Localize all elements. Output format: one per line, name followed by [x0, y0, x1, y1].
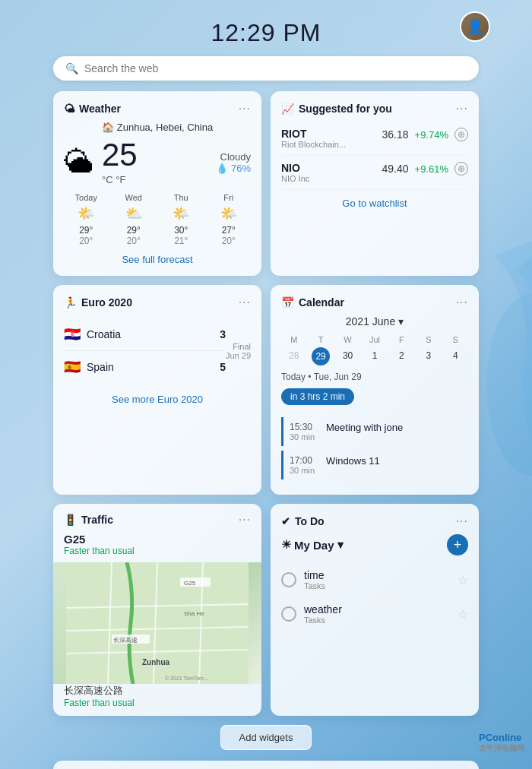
todo-checkbox-time[interactable] [281, 572, 296, 587]
cal-day-4[interactable]: 4 [443, 347, 468, 366]
stock-nio-price: 49.40 [382, 163, 409, 175]
weather-temp-section: 🌥 25 °C °F [64, 139, 138, 185]
traffic-info2: 长深高速公路 Faster than usual [53, 684, 261, 716]
traffic-icon: 🚦 [64, 514, 77, 526]
todo-time-star[interactable]: ☆ [458, 573, 468, 587]
stock-riot-price: 36.18 [382, 128, 409, 141]
euro-header: 🏃 Euro 2020 ··· [64, 296, 251, 309]
traffic-title: 🚦 Traffic [64, 514, 113, 526]
todo-item-weather-left: weather Tasks [281, 603, 342, 625]
cal-event-2-time: 17:00 [290, 455, 320, 466]
weather-units: °C °F [102, 174, 138, 185]
cal-events: 15:30 30 min Meeting with jone 17:00 30 … [281, 417, 468, 479]
croatia-flag: 🇭🇷 [64, 326, 81, 343]
todo-weather-text-section: weather Tasks [304, 603, 342, 625]
svg-text:G25: G25 [184, 580, 196, 587]
stocks-widget: 📈 Suggested for you ··· RIOT Riot Blockc… [271, 91, 479, 276]
add-widgets-container: Add widgets [53, 725, 479, 750]
weather-menu[interactable]: ··· [239, 102, 251, 116]
forecast-fri: Fri 🌤️ 27° 20° [207, 193, 252, 246]
cal-day-1[interactable]: 1 [362, 347, 387, 366]
stocks-header: 📈 Suggested for you ··· [281, 102, 468, 116]
chevron-myday-icon: ▾ [337, 538, 344, 552]
sun-icon: ☀ [281, 538, 291, 552]
todo-weather-text: weather [304, 603, 342, 616]
todo-item-time: time Tasks ☆ [281, 563, 468, 597]
stock-riot-info: RIOT Riot Blockchain... [281, 128, 346, 149]
cal-event-2-time-block: 17:00 30 min [290, 455, 320, 475]
calendar-widget: 📅 Calendar ··· 2021 June ▾ M T W Jul F S… [271, 285, 479, 495]
cal-event-1-duration: 30 min [290, 432, 320, 441]
search-icon: 🔍 [65, 62, 78, 74]
weather-forecast: Today 🌤️ 29° 20° Wed ⛅ 29° 20° Thu 🌤️ 30… [64, 193, 251, 246]
traffic-status1: Faster than usual [64, 546, 251, 556]
svg-text:Sha He: Sha He [184, 610, 204, 617]
cal-event-2-title: Windows 11 [326, 455, 380, 475]
myday-header: ☀ My Day ▾ + [281, 534, 468, 555]
todo-time-text-section: time Tasks [304, 569, 325, 590]
team-spain: 🇪🇸 Spain 5 [64, 354, 226, 380]
search-input[interactable] [84, 62, 467, 74]
stock-nio-ticker: NIO [281, 162, 309, 174]
todo-title: ✔ To Do [281, 515, 325, 527]
map-svg: G25 长深高速 Zunhua Sha He © 2021 TomTom... [53, 562, 261, 684]
pconline-watermark: PConline 太平洋电脑网 [479, 732, 524, 754]
weather-title: 🌤 Weather [64, 103, 121, 115]
match-divider [64, 350, 226, 351]
weather-icon: 🌤 [64, 103, 74, 115]
calendar-header: 📅 Calendar ··· [281, 296, 468, 309]
todo-header: ✔ To Do ··· [281, 514, 468, 528]
myday-title: ☀ My Day ▾ [281, 538, 344, 552]
todo-weather-star[interactable]: ☆ [458, 607, 468, 622]
watchlist-link[interactable]: Go to watchlist [281, 198, 468, 209]
stock-nio-add[interactable]: ⊕ [454, 162, 468, 176]
chevron-down-icon: ▾ [398, 315, 404, 328]
cal-event-2-duration: 30 min [290, 466, 320, 475]
cal-day-28[interactable]: 28 [281, 347, 306, 366]
location-icon: 🏠 [102, 122, 114, 133]
stock-riot-add[interactable]: ⊕ [454, 128, 468, 141]
myday-add-button[interactable]: + [447, 534, 468, 555]
svg-text:© 2021 TomTom...: © 2021 TomTom... [165, 676, 208, 681]
calendar-menu[interactable]: ··· [456, 296, 468, 309]
todo-weather-category: Tasks [304, 616, 342, 625]
todo-menu[interactable]: ··· [456, 514, 468, 528]
cal-grid: M T W Jul F S S 28 29 30 1 2 3 4 [281, 334, 468, 366]
traffic-header: 🚦 Traffic ··· G25 Faster than usual [53, 504, 261, 562]
stock-nio: NIO NIO Inc 49.40 +9.61% ⊕ [281, 156, 468, 190]
search-bar[interactable]: 🔍 [53, 56, 479, 81]
croatia-score: 3 [220, 328, 226, 340]
weather-temp-display: 25 °C °F [102, 139, 138, 185]
see-forecast-link[interactable]: See full forecast [64, 254, 251, 265]
rain-icon: 💧 [216, 163, 228, 174]
cal-event-2: 17:00 30 min Windows 11 [281, 451, 468, 479]
cal-event-1-time-block: 15:30 30 min [290, 422, 320, 441]
add-widgets-button[interactable]: Add widgets [220, 725, 312, 750]
user-avatar[interactable]: 👤 [460, 11, 490, 42]
todo-checkbox-weather[interactable] [281, 606, 296, 622]
euro-match-row: 🇭🇷 Croatia 3 🇪🇸 Spain 5 [64, 321, 251, 380]
cal-day-30[interactable]: 30 [335, 347, 360, 366]
euro-title: 🏃 Euro 2020 [64, 296, 132, 309]
top-stories-section: TOP STORIES A AFP Ethiopia declares Tigr… [53, 761, 479, 769]
spain-flag: 🇪🇸 [64, 359, 81, 375]
cal-today-text: Today • Tue, Jun 29 [281, 372, 468, 382]
widget-grid: 🌤 Weather ··· 🏠 Zunhua, Hebei, China 🌥 2… [53, 91, 479, 495]
match-result: Final Jun 29 [226, 342, 251, 360]
svg-text:Zunhua: Zunhua [142, 658, 170, 666]
cal-event-badge: in 3 hrs 2 min [281, 388, 354, 405]
weather-temperature: 25 [102, 139, 138, 171]
stocks-menu[interactable]: ··· [456, 102, 468, 116]
see-more-euro-link[interactable]: See more Euro 2020 [64, 394, 251, 405]
team-croatia: 🇭🇷 Croatia 3 [64, 321, 226, 347]
traffic-road1: G25 Faster than usual [64, 533, 251, 556]
cal-day-29-today[interactable]: 29 [312, 347, 330, 366]
cal-day-3[interactable]: 3 [416, 347, 441, 366]
traffic-menu[interactable]: ··· [239, 513, 251, 527]
euro-icon: 🏃 [64, 296, 77, 309]
stocks-title: 📈 Suggested for you [281, 103, 392, 115]
forecast-thu: Thu 🌤️ 30° 21° [159, 193, 204, 246]
forecast-wed: Wed ⛅ 29° 20° [112, 193, 157, 246]
euro-menu[interactable]: ··· [239, 296, 251, 309]
cal-day-2[interactable]: 2 [389, 347, 414, 366]
